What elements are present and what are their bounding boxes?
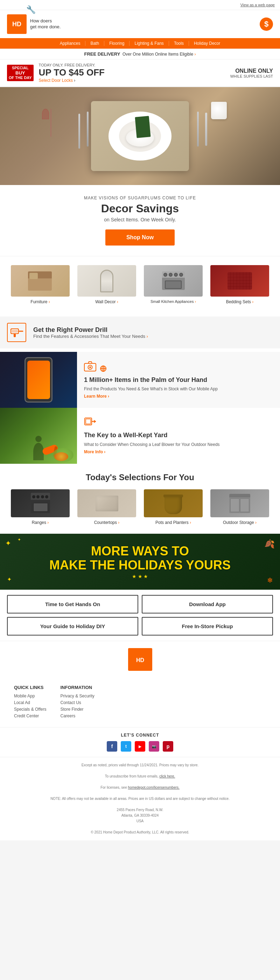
promo-yard-link[interactable]: More Info › — [84, 449, 273, 454]
footer-logo: HD — [0, 641, 280, 678]
promo-mobile-link[interactable]: Learn More › — [84, 394, 273, 399]
facebook-icon[interactable]: f — [107, 741, 117, 752]
decor-title: Decor Savings — [7, 202, 273, 215]
footer-careers[interactable]: Careers — [60, 713, 94, 718]
footer-specials[interactable]: Specials & Offers — [14, 707, 46, 712]
category-kitchen[interactable]: Small Kitchen Appliances › — [144, 265, 202, 304]
decor-section: MAKE VISIONS OF SUGARPLUMS COME TO LIFE … — [0, 185, 280, 256]
pots-label: Pots and Planters › — [144, 520, 202, 525]
instagram-icon[interactable]: 📷 — [149, 741, 159, 752]
shop-now-button[interactable]: Shop Now — [106, 229, 174, 245]
special-buy-text: TODAY ONLY. FREE DELIVERY. UP TO $45 OFF… — [34, 63, 230, 83]
drill-banner[interactable]: Get the Right Power Drill Find the Featu… — [0, 317, 280, 348]
special-item: Select Door Locks › — [39, 78, 225, 83]
delivery-text: Over One Million Online Items Eligible — [123, 52, 193, 57]
footer-credit[interactable]: Credit Center — [14, 713, 46, 718]
topbar: View as a web page — [0, 0, 280, 10]
storage-label: Outdoor Storage › — [210, 520, 269, 525]
drill-title: Get the Right Power Drill — [33, 326, 273, 334]
address-line1: 2455 Paces Ferry Road, N.W. — [11, 807, 269, 813]
pinterest-icon[interactable]: p — [163, 741, 173, 752]
discount-amount: UP TO $45 OFF — [39, 67, 225, 78]
cta-grid: Time to Get Hands On Download App Your G… — [0, 590, 280, 641]
footer-privacy[interactable]: Privacy & Security — [60, 694, 94, 698]
today-only-text: TODAY ONLY. FREE DELIVERY. — [39, 63, 225, 67]
nav-bar: Appliances Bath Flooring Lighting & Fans… — [0, 38, 280, 49]
sel-pots[interactable]: Pots and Planters › — [144, 489, 202, 525]
licenses-text: For licenses, see homedepot.com/licensen… — [11, 785, 269, 791]
category-bedding[interactable]: Bedding Sets › — [210, 265, 269, 304]
walldecor-image — [77, 265, 136, 297]
hero-image — [0, 87, 280, 185]
promo-mobile-content: 1 Million+ Items in the Palm of Your Han… — [77, 352, 280, 408]
footer-mobile-app[interactable]: Mobile App — [14, 694, 46, 698]
social-bar: LET'S CONNECT f t ▶ 📷 p — [0, 727, 280, 757]
view-as-webpage-link[interactable]: View as a web page — [240, 3, 275, 7]
categories-section: Furniture › Wall Decor › — [0, 256, 280, 313]
kitchen-image — [144, 265, 202, 297]
sel-storage[interactable]: Outdoor Storage › — [210, 489, 269, 525]
nav-lighting[interactable]: Lighting & Fans — [130, 41, 169, 46]
prices-notice: Except as noted, prices valid through 11… — [11, 762, 269, 768]
footer-contact[interactable]: Contact Us — [60, 700, 94, 705]
frame-icon — [84, 417, 273, 429]
drill-link[interactable]: › — [147, 334, 148, 339]
bedding-label: Bedding Sets › — [210, 299, 269, 304]
nav-holiday[interactable]: Holiday Decor — [189, 41, 225, 46]
svg-rect-16 — [86, 419, 91, 424]
svg-text:HD: HD — [12, 21, 21, 28]
kitchen-label: Small Kitchen Appliances › — [144, 299, 202, 304]
social-icons: f t ▶ 📷 p — [5, 741, 275, 752]
category-walldecor[interactable]: Wall Decor › — [77, 265, 136, 304]
footer-local-ad[interactable]: Local Ad — [14, 700, 46, 705]
svg-text:HD: HD — [136, 657, 144, 663]
dollar-icon: $ — [260, 18, 273, 31]
special-item-link[interactable]: Select Door Locks — [39, 78, 73, 83]
hands-on-button[interactable]: Time to Get Hands On — [7, 595, 138, 614]
instore-pickup-button[interactable]: Free In-Store Pickup — [142, 617, 273, 635]
promo-yard-desc: What to Consider When Choosing a Leaf Bl… — [84, 441, 273, 448]
svg-rect-6 — [14, 334, 16, 337]
countertops-image — [77, 489, 136, 517]
download-app-button[interactable]: Download App — [142, 595, 273, 614]
logo-area: HD How doers get more done. — [7, 14, 61, 34]
holidays-line1: MORE WAYS TO — [7, 544, 273, 558]
decor-sub: MAKE VISIONS OF SUGARPLUMS COME TO LIFE — [7, 196, 273, 200]
promo-phone-image: 🔧 — [0, 352, 77, 408]
storage-image — [210, 489, 269, 517]
walldecor-label: Wall Decor › — [77, 299, 136, 304]
twitter-icon[interactable]: t — [121, 741, 131, 752]
holiday-diy-button[interactable]: Your Guide to Holiday DIY — [7, 617, 138, 635]
nav-bath[interactable]: Bath — [85, 41, 104, 46]
nav-appliances[interactable]: Appliances — [55, 41, 86, 46]
youtube-icon[interactable]: ▶ — [135, 741, 145, 752]
decor-desc: on Select Items. One Week Only. — [7, 217, 273, 223]
sel-ranges[interactable]: Ranges › — [11, 489, 69, 525]
nav-tools[interactable]: Tools — [169, 41, 189, 46]
nav-flooring[interactable]: Flooring — [104, 41, 130, 46]
homedepot-logo: HD — [7, 14, 27, 34]
category-furniture[interactable]: Furniture › — [11, 265, 69, 304]
delivery-bar: FREE DELIVERY Over One Million Online It… — [0, 49, 280, 59]
svg-point-10 — [89, 366, 91, 368]
copyright: © 2021 Home Depot Product Authority, LLC… — [11, 830, 269, 835]
footer-store-finder[interactable]: Store Finder — [60, 707, 94, 712]
footer-links: QUICK LINKS Mobile App Local Ad Specials… — [0, 678, 280, 727]
sel-countertops[interactable]: Countertops › — [77, 489, 136, 525]
email-container: View as a web page HD How doers get more… — [0, 0, 280, 840]
todays-selections: Today's Selections For You — [0, 464, 280, 534]
pots-image — [144, 489, 202, 517]
unsubscribe-link[interactable]: click here. — [159, 774, 175, 778]
ranges-label: Ranges › — [11, 520, 69, 525]
furniture-label: Furniture › — [11, 299, 69, 304]
svg-rect-4 — [11, 330, 18, 332]
licenses-link[interactable]: homedepot.com/licensenumbers. — [128, 786, 179, 789]
delivery-arrow: › — [194, 52, 196, 57]
promo-yard-title: The Key to a Well-Kept Yard — [84, 431, 273, 439]
phone-screen — [27, 361, 50, 399]
unsubscribe-text: To unsubscribe from future emails, click… — [11, 774, 269, 779]
social-title: LET'S CONNECT — [5, 733, 275, 738]
bedding-image — [210, 265, 269, 297]
holidays-line2: MAKE THE HOLIDAYS YOURS — [7, 558, 273, 572]
drill-text: Get the Right Power Drill Find the Featu… — [33, 326, 273, 339]
